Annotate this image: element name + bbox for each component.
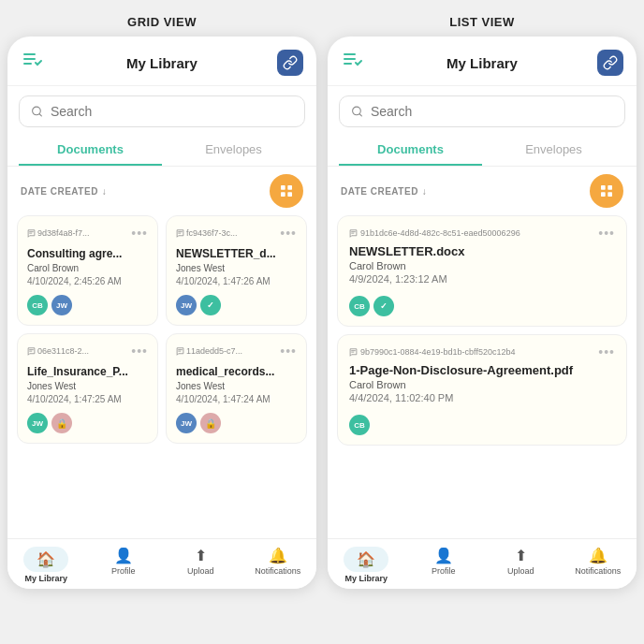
grid-nav-profile-icon: 👤: [114, 547, 133, 564]
list-search-input[interactable]: [371, 104, 613, 119]
list-nav-upload-icon: ⬆: [515, 547, 527, 564]
list-view-section: LIST VIEW My Library: [328, 15, 637, 589]
grid-nav-mylibrary-label: My Library: [24, 574, 67, 583]
grid-nav-upload-label: Upload: [187, 566, 214, 576]
list-card-1-title: NEWSLETTER.docx: [349, 244, 615, 258]
grid-card-1-menu[interactable]: •••: [131, 226, 148, 241]
svg-rect-15: [607, 192, 612, 197]
avatar-lock-3: 🔒: [51, 413, 72, 433]
grid-nav-mylibrary-icon: 🏠: [37, 551, 55, 567]
grid-card-2-avatars: JW ✓: [176, 295, 297, 315]
svg-rect-5: [287, 185, 292, 190]
grid-card-3-menu[interactable]: •••: [131, 344, 148, 359]
avatar-jw-4: JW: [176, 413, 197, 433]
grid-card-1-author: Carol Brown: [27, 263, 148, 273]
grid-card-4-date: 4/10/2024, 1:47:24 AM: [176, 394, 297, 404]
grid-nav-profile[interactable]: 👤 Profile: [85, 547, 163, 583]
list-header: My Library: [328, 37, 637, 86]
grid-header: My Library: [7, 37, 316, 86]
list-sort-arrow: ↓: [422, 186, 428, 197]
list-nav-notifications-icon: 🔔: [589, 547, 607, 564]
grid-search-input[interactable]: [51, 104, 293, 119]
grid-nav-mylibrary[interactable]: 🏠 My Library: [7, 547, 85, 583]
grid-card-1-date: 4/10/2024, 2:45:26 AM: [27, 276, 148, 286]
grid-nav-notifications[interactable]: 🔔 Notifications: [240, 547, 317, 583]
grid-card-2-menu[interactable]: •••: [280, 226, 297, 241]
list-content: 91b1dc6e-4d8d-482c-8c51-eaed50006296 •••…: [328, 215, 637, 538]
list-card-1-id: 91b1dc6e-4d8d-482c-8c51-eaed50006296: [349, 228, 520, 238]
grid-header-icon: [21, 50, 47, 76]
svg-rect-4: [281, 185, 285, 190]
list-card-1-avatars: CB ✓: [349, 296, 615, 316]
list-card-2-avatars: CB: [349, 415, 615, 435]
list-card-1-date: 4/9/2024, 1:23:12 AM: [349, 273, 615, 285]
grid-tab-envelopes[interactable]: Envelopes: [162, 135, 305, 166]
list-card-2: 9b7990c1-0884-4e19-bd1b-cbff520c12b4 •••…: [337, 334, 627, 446]
grid-search-bar[interactable]: [19, 95, 305, 127]
grid-card-4-menu[interactable]: •••: [280, 344, 297, 359]
grid-card-3-title: Life_Insurance_P...: [27, 365, 148, 378]
grid-nav-notifications-label: Notifications: [255, 566, 300, 576]
grid-phone-frame: My Library Documents Enve: [7, 37, 316, 589]
grid-view-toggle[interactable]: [270, 174, 303, 208]
list-tab-documents[interactable]: Documents: [339, 135, 482, 166]
grid-content: 9d38f4a8-f7... ••• Consulting agre... Ca…: [7, 215, 316, 538]
list-icon: [599, 183, 614, 198]
list-nav-upload-label: Upload: [507, 566, 534, 576]
grid-sort-label[interactable]: DATE CREATED ↓: [21, 186, 107, 197]
grid-card-2: fc9436f7-3c... ••• NEWSLETTER_d... Jones…: [166, 215, 307, 326]
svg-rect-6: [281, 192, 285, 197]
list-nav-notifications[interactable]: 🔔 Notifications: [560, 547, 637, 583]
grid-card-1: 9d38f4a8-f7... ••• Consulting agre... Ca…: [17, 215, 158, 326]
list-card-1-menu[interactable]: •••: [598, 226, 615, 241]
svg-rect-8: [344, 53, 356, 55]
grid-bottom-nav: 🏠 My Library 👤 Profile ⬆ Upload 🔔 Notifi…: [7, 538, 316, 589]
list-link-badge[interactable]: [597, 50, 623, 76]
list-nav-upload[interactable]: ⬆ Upload: [482, 547, 560, 583]
list-sort-label[interactable]: DATE CREATED ↓: [341, 186, 427, 197]
grid-card-3-id: 06e311c8-2...: [27, 346, 89, 356]
svg-rect-2: [23, 63, 32, 65]
list-phone-frame: My Library Documents Enve: [328, 37, 637, 589]
list-tabs: Documents Envelopes: [328, 135, 637, 167]
list-nav-mylibrary-icon: 🏠: [357, 551, 375, 567]
list-nav-mylibrary[interactable]: 🏠 My Library: [328, 547, 405, 583]
grid-nav-upload[interactable]: ⬆ Upload: [162, 547, 240, 583]
grid-nav-profile-label: Profile: [111, 566, 136, 576]
grid-card-3-author: Jones West: [27, 381, 148, 391]
avatar-jw-1: JW: [51, 295, 72, 315]
avatar-jw-3: JW: [27, 413, 48, 433]
grid-link-badge[interactable]: [277, 50, 303, 76]
avatar-cb-l1: CB: [349, 296, 370, 316]
list-card-1-author: Carol Brown: [349, 260, 615, 271]
list-nav-profile[interactable]: 👤 Profile: [405, 547, 483, 583]
svg-rect-9: [344, 58, 356, 60]
grid-icon: [279, 183, 294, 198]
grid-card-2-author: Jones West: [176, 263, 297, 273]
list-card-2-author: Carol Brown: [349, 379, 615, 390]
avatar-cb-l2: CB: [349, 415, 370, 435]
list-view-toggle[interactable]: [590, 174, 623, 208]
grid-nav-notifications-icon: 🔔: [269, 547, 287, 564]
grid-card-1-title: Consulting agre...: [27, 247, 148, 260]
list-header-icon: [341, 50, 367, 76]
grid-tab-documents[interactable]: Documents: [19, 135, 162, 166]
list-nav-mylibrary-label: My Library: [344, 574, 388, 583]
list-card-2-menu[interactable]: •••: [598, 344, 615, 359]
avatar-check-l1: ✓: [373, 296, 394, 316]
grid-sort-arrow: ↓: [102, 186, 108, 197]
grid-sort-bar: DATE CREATED ↓: [7, 167, 316, 215]
grid-card-4-author: Jones West: [176, 381, 297, 391]
list-view-label: LIST VIEW: [328, 15, 637, 29]
list-tab-envelopes[interactable]: Envelopes: [482, 135, 625, 166]
list-header-title: My Library: [446, 55, 518, 71]
grid-nav-upload-icon: ⬆: [195, 547, 207, 564]
grid-card-3-avatars: JW 🔒: [27, 413, 148, 433]
list-search-bar[interactable]: [339, 95, 625, 127]
list-card-2-title: 1-Page-Non-Disclosure-Agreement.pdf: [349, 363, 615, 377]
list-nav-profile-label: Profile: [432, 566, 456, 576]
avatar-cb-1: CB: [27, 295, 48, 315]
grid-card-1-id: 9d38f4a8-f7...: [27, 228, 90, 238]
grid-card-1-avatars: CB JW: [27, 295, 148, 315]
list-sort-bar: DATE CREATED ↓: [328, 167, 637, 215]
